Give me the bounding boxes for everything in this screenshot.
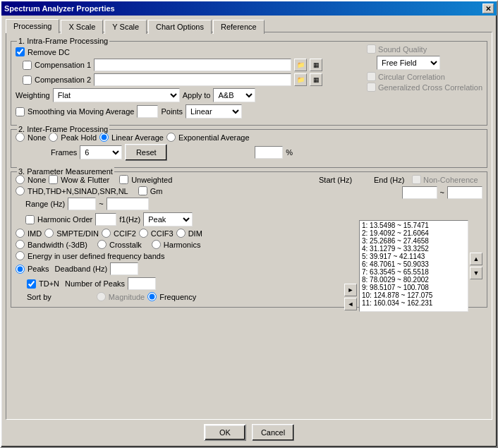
smoothing-checkbox[interactable] [16,107,25,116]
comp2-folder-icon[interactable]: 📁 [294,73,307,86]
cancel-button[interactable]: Cancel [252,424,294,441]
smoothing-row: Smoothing via Moving Average 1 Points Li… [16,104,482,119]
ok-button[interactable]: OK [204,424,246,441]
sort-by-label: Sort by [27,293,51,301]
thd-label: THD,THD+N,SINAD,SNR,NL [28,187,128,195]
gm-label: Gm [150,187,163,195]
imd-radio[interactable] [16,229,25,238]
section1-group: 1. Intra-Frame Processing Sound Quality … [11,41,487,126]
interframe-row: None Peak Hold Linear Average Exponentia… [16,133,482,142]
ccif3-label: CCIF3 [151,229,174,238]
remove-dc-checkbox[interactable] [16,47,25,56]
peak-hold-radio[interactable] [49,133,58,142]
list-remove-button[interactable]: ◄ [344,298,357,310]
imd-label: IMD [28,229,42,238]
ccif2-radio[interactable] [102,229,111,238]
wow-flutter-label: Wow & Flutter [61,176,109,184]
dim-radio[interactable] [176,229,186,238]
range-end-input[interactable]: 20005 [107,198,149,210]
tab-chartoptions[interactable]: Chart Options [148,20,212,34]
thd-radio[interactable] [16,186,25,195]
freq-inputs-row: 0 ~ 0 [402,186,482,199]
sound-quality-checkbox[interactable] [367,44,376,54]
comp2-table-icon[interactable]: ▦ [310,73,322,86]
tdplusn-label: TD+N [39,279,59,288]
magnitude-radio[interactable] [97,292,106,301]
gm-checkbox[interactable] [138,186,147,195]
list-add-button[interactable]: ► [344,284,357,296]
end-hz-input[interactable]: 0 [447,186,482,199]
section2-group: 2. Inter-Frame Processing None Peak Hold… [11,129,487,168]
list-item[interactable]: 1: 13.5498 ~ 15.7471 [360,222,467,229]
peaks-area: Peaks Deadband (Hz) 5 TD+N Number of Pea… [16,262,482,301]
harmonics-radio[interactable] [152,240,161,249]
energy-label: Energy in user defined frequency bands [28,252,164,260]
comp2-checkbox[interactable] [23,75,32,85]
harmonic-value-input[interactable]: 5 [95,213,116,226]
gen-corr-checkbox[interactable] [367,83,376,92]
ccif2-label: CCIF2 [114,229,136,238]
harmonic-order-checkbox[interactable] [25,215,35,224]
none-label: None [28,133,46,142]
end-hz-label: End (Hz) [374,176,409,184]
list-item[interactable]: 2: 19.4092 ~ 21.6064 [360,229,467,237]
f1hz-select[interactable]: Peak [143,212,193,226]
start-hz-label: Start (Hz) [319,176,354,184]
crosstalk-radio[interactable] [97,240,107,249]
tab-reference[interactable]: Reference [213,20,265,34]
smoothing-points-input[interactable]: 1 [137,105,158,118]
tdplusn-checkbox[interactable] [27,279,36,289]
none-radio[interactable] [16,133,25,142]
comp1-folder-icon[interactable]: 📁 [294,59,307,71]
close-button[interactable]: ✕ [482,4,494,13]
wow-flutter-checkbox[interactable] [49,175,58,184]
tab-xscale[interactable]: X Scale [61,20,103,34]
peaks-label: Peaks [28,265,49,273]
circular-corr-label: Circular Correlation [378,73,445,81]
range-start-input[interactable]: 5 [68,198,96,210]
title-bar: Spectrum Analyzer Properties ✕ [1,1,497,16]
comp1-checkbox[interactable] [23,61,32,70]
apply-to-label: Apply to [183,91,211,99]
dim-label: DIM [188,229,202,238]
unweighted-checkbox[interactable] [119,175,128,184]
exp-value-input[interactable]: 10 [255,146,283,159]
frames-select[interactable]: 6 [80,145,122,159]
range-label: Range (Hz) [25,200,65,208]
tdplusn-row: TD+N Number of Peaks 32 [16,277,196,290]
apply-to-select[interactable]: A&B [213,88,255,102]
param-none-radio[interactable] [16,175,25,184]
exp-avg-label: Exponential Average [178,133,250,142]
bandwidth-radio[interactable] [16,240,25,249]
section1-label: 1. Intra-Frame Processing [17,37,109,45]
right-labels: Start (Hz) End (Hz) Non-Coherence [319,175,482,184]
weighting-label: Weighting [16,91,50,99]
tab-yscale[interactable]: Y Scale [104,20,147,34]
deadband-input[interactable]: 5 [110,262,138,275]
weighting-select[interactable]: Flat [53,88,180,102]
ccif3-radio[interactable] [139,229,148,238]
reset-button[interactable]: Reset [125,144,167,161]
linear-avg-radio[interactable] [99,133,109,142]
circular-corr-checkbox[interactable] [367,72,376,81]
smpte-radio[interactable] [44,229,54,238]
num-peaks-input[interactable]: 32 [128,277,156,290]
exp-avg-radio[interactable] [166,133,176,142]
peaks-radio[interactable] [16,265,25,274]
content-area: Processing X Scale Y Scale Chart Options… [1,16,497,447]
tab-processing[interactable]: Processing [6,19,59,33]
comp1-table-icon[interactable]: ▦ [310,59,322,71]
comp2-field [94,73,291,86]
frequency-radio[interactable] [147,292,157,301]
list-item[interactable]: 5: 39.917 ~ 42.1143 [360,253,467,260]
smoothing-type-select[interactable]: Linear [186,104,242,119]
range-row: Range (Hz) 5 ~ 20005 1: 13.5498 ~ 15.747… [16,198,482,210]
free-field-select[interactable]: Free Field [377,56,440,70]
list-item[interactable]: 4: 31.1279 ~ 33.3252 [360,245,467,253]
harmonics-label: Harmonics [164,241,201,249]
list-item[interactable]: 3: 25.2686 ~ 27.4658 [360,237,467,245]
start-hz-input[interactable]: 0 [402,186,437,199]
energy-radio[interactable] [16,251,25,260]
non-coherence-checkbox[interactable] [412,175,421,184]
deadband-label: Deadband (Hz) [55,265,108,273]
